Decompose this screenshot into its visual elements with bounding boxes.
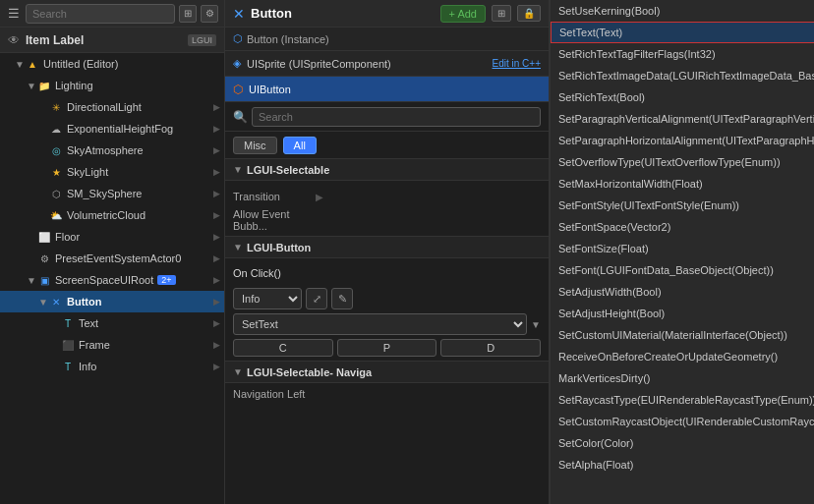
dropdown-item-text: SetAdjustWidth(Bool) (558, 286, 662, 298)
tree-label: Frame (79, 339, 110, 351)
tree-item-text[interactable]: T Text ▶ (0, 312, 224, 334)
dropdown-item[interactable]: SetFontSize(Float) (551, 238, 814, 259)
d-button[interactable]: D (440, 339, 541, 357)
dropdown-item[interactable]: SetFontSpace(Vector2) (551, 216, 814, 238)
tree-item-skylight[interactable]: ★ SkyLight ▶ (0, 161, 224, 183)
tree-item-untitled[interactable]: ▼ ▲ Untitled (Editor) (0, 53, 224, 75)
dropdown-item-text: SetRichTextImageData(LGUIRichTextImageDa… (558, 70, 814, 82)
right-panel: ✕ Button + Add ⊞ 🔒 ⬡ Button (Instance) ◈… (225, 0, 814, 504)
transition-label: Transition (233, 191, 312, 202)
tree-label: PresetEventSystemActor0 (55, 252, 181, 264)
expand-icon: ▶ (213, 253, 220, 263)
expand-icon: ▶ (213, 124, 220, 134)
dropdown-item-text: SetRichText(Bool) (558, 91, 645, 103)
selectable-section-header[interactable]: ▼ LGUI-Selectable (225, 159, 549, 181)
instance-header: ⬡ Button (Instance) (225, 28, 549, 51)
inspector-search-input[interactable] (252, 107, 541, 127)
component-label: UISprite (UISpriteComponent) (247, 58, 391, 70)
dropdown-item[interactable]: SetAdjustWidth(Bool) (551, 281, 814, 303)
edit-cpp-btn[interactable]: Edit in C++ (493, 58, 541, 69)
settext-select[interactable]: SetText (233, 313, 527, 335)
layout-btn1[interactable]: ⊞ (492, 5, 511, 22)
save-icon[interactable]: ⊞ (179, 5, 197, 23)
component-row: ◈ UISprite (UISpriteComponent) Edit in C… (225, 51, 549, 77)
dropdown-item[interactable]: SetOverflowType(UITextOverflowType(Enum)… (551, 151, 814, 173)
dropdown-item[interactable]: SetColor(Color) (551, 432, 814, 454)
sprite-icon: ◈ (233, 57, 241, 70)
tree-label: Untitled (Editor) (43, 58, 118, 70)
navi-content: Navigation Left (225, 383, 549, 405)
tree-item-sm-sky[interactable]: ⬡ SM_SkySphere ▶ (0, 183, 224, 204)
tree-label: Info (79, 361, 96, 372)
tree-item-frame[interactable]: ⬛ Frame ▶ (0, 334, 224, 356)
tree-item-fog[interactable]: ☁ ExponentialHeightFog ▶ (0, 118, 224, 140)
allow-event-row: Allow Event Bubb... (233, 208, 541, 232)
dropdown-item[interactable]: SetRaycastType(EUIRenderableRaycastType(… (551, 389, 814, 411)
edit-btn[interactable]: ✎ (331, 288, 353, 309)
dropdown-item[interactable]: SetMaxHorizontalWidth(Float) (551, 173, 814, 195)
right-arrow-icon (37, 123, 49, 135)
tree-label: Button (67, 296, 101, 308)
dropdown-item[interactable]: ReceiveOnBeforeCreateOrUpdateGeometry() (551, 346, 814, 367)
tree-item-button[interactable]: ▼ ✕ Button ▶ (0, 291, 224, 312)
dropdown-item[interactable]: SetParagraphVerticalAlignment(UITextPara… (551, 108, 814, 130)
expand-icon: ▶ (213, 232, 220, 242)
dropdown-item[interactable]: MarkVerticesDirty() (551, 367, 814, 389)
dropdown-item[interactable]: SetRichTextTagFilterFlags(Int32) (551, 43, 814, 65)
tree-item-screen-space[interactable]: ▼ ▣ ScreenSpaceUIRoot 2+ ▶ (0, 269, 224, 291)
text-icon: T (61, 316, 75, 330)
right-arrow-icon (37, 209, 49, 221)
eye-icon[interactable]: 👁 (8, 33, 20, 47)
fullscreen-btn[interactable]: ⤢ (306, 288, 327, 309)
dropdown-item[interactable]: SetUseKerning(Bool) (551, 0, 814, 22)
dropdown-list: SetUseKerning(Bool)SetText(Text)SetRichT… (551, 0, 814, 476)
navi-section-header[interactable]: ▼ LGUI-Selectable- Naviga (225, 362, 549, 383)
tree-item-vol-cloud[interactable]: ⛅ VolumetricCloud ▶ (0, 204, 224, 226)
dropdown-arrow: ▼ (531, 319, 541, 330)
dropdown-item-text: SetColor(Color) (558, 437, 633, 449)
instance-label: Button (Instance) (247, 33, 329, 45)
tree-item-sky-atmosphere[interactable]: ◎ SkyAtmosphere ▶ (0, 140, 224, 161)
dropdown-item[interactable]: SetAlpha(Float) (551, 454, 814, 476)
add-button[interactable]: + Add (440, 5, 486, 23)
tree-label: SkyAtmosphere (67, 144, 144, 156)
left-search-input[interactable] (26, 4, 175, 24)
hamburger-icon[interactable]: ☰ (6, 6, 22, 22)
layout-btn2[interactable]: 🔒 (517, 5, 541, 22)
tree-label: DirectionalLight (67, 101, 142, 113)
right-arrow-icon (26, 252, 37, 264)
info-select[interactable]: Info (233, 288, 302, 309)
tree-item-info[interactable]: T Info ▶ (0, 356, 224, 377)
tree-item-directional[interactable]: ✳ DirectionalLight ▶ (0, 96, 224, 118)
dropdown-item[interactable]: SetRichText(Bool) (551, 86, 814, 108)
all-filter-btn[interactable]: All (283, 137, 317, 154)
dropdown-item-text: SetAdjustHeight(Bool) (558, 308, 665, 319)
dropdown-item[interactable]: SetCustomRaycastObject(UIRenderableCusto… (551, 411, 814, 432)
scene-tree: ▼ ▲ Untitled (Editor) ▼ 📁 Lighting ✳ Dir… (0, 53, 224, 504)
cloud-icon: ☁ (49, 122, 63, 136)
dropdown-item[interactable]: SetFont(LGUIFontData_BaseObject(Object)) (551, 259, 814, 281)
dropdown-item[interactable]: SetFontStyle(UITextFontStyle(Enum)) (551, 195, 814, 216)
dropdown-item[interactable]: SetAdjustHeight(Bool) (551, 303, 814, 324)
misc-filter-btn[interactable]: Misc (233, 137, 277, 154)
c-button[interactable]: C (233, 339, 333, 357)
p-button[interactable]: P (337, 339, 437, 357)
dropdown-item[interactable]: SetRichTextImageData(LGUIRichTextImageDa… (551, 65, 814, 86)
arrow-icon: ▼ (37, 296, 49, 308)
action-row: C P D (233, 339, 541, 357)
dropdown-item-text: SetAlpha(Float) (558, 459, 633, 471)
lgui-button-section-header[interactable]: ▼ LGUI-Button (225, 237, 549, 258)
dropdown-item[interactable]: SetParagraphHorizontalAlignment(UITextPa… (551, 130, 814, 151)
dropdown-item-text: SetCustomUIMaterial(MaterialInterface(Ob… (558, 329, 787, 341)
tree-item-floor[interactable]: ⬜ Floor ▶ (0, 226, 224, 248)
dropdown-item-text: SetParagraphVerticalAlignment(UITextPara… (558, 113, 814, 125)
dropdown-item[interactable]: SetText(Text) (551, 22, 814, 43)
tree-item-preset-event[interactable]: ⚙ PresetEventSystemActor0 ▶ (0, 248, 224, 269)
selectable-content: Transition ▶ Allow Event Bubb... (225, 181, 549, 237)
inspector-title: Button (251, 6, 292, 21)
settings-icon[interactable]: ⚙ (201, 5, 218, 23)
tree-item-lighting[interactable]: ▼ 📁 Lighting (0, 75, 224, 96)
arrow-icon: ▼ (14, 58, 26, 70)
expand-icon: ▶ (213, 189, 220, 198)
dropdown-item[interactable]: SetCustomUIMaterial(MaterialInterface(Ob… (551, 324, 814, 346)
